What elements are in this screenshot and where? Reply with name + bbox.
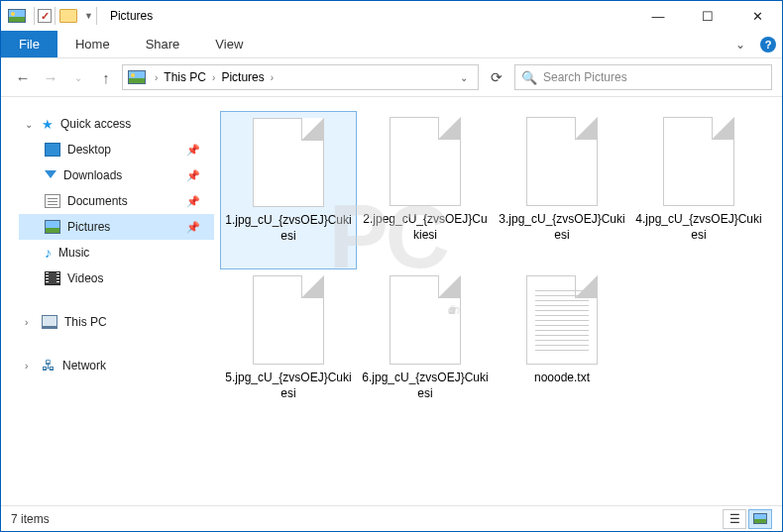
tab-home[interactable]: Home xyxy=(57,31,128,57)
file-label: 1.jpg_cU_{zvsOEJ}Cukiesi xyxy=(225,213,352,244)
help-button[interactable]: ? xyxy=(754,31,782,57)
network-icon: 🖧 xyxy=(42,358,56,373)
file-label: 2.jpeg_cU_{zvsOEJ}Cukiesi xyxy=(361,212,490,243)
chevron-right-icon[interactable]: › xyxy=(210,72,217,83)
address-caret-icon[interactable]: ⌄ xyxy=(454,72,474,83)
file-item[interactable]: 3.jpg_cU_{zvsOEJ}Cukiesi xyxy=(494,111,630,269)
breadcrumb-thispc[interactable]: This PC xyxy=(162,70,208,84)
divider xyxy=(96,7,97,25)
sidebar-item-downloads[interactable]: Downloads📌 xyxy=(19,162,214,188)
divider xyxy=(55,7,56,25)
navigation-pane: ⌄ ★ Quick access Desktop📌 Downloads📌 Doc… xyxy=(1,97,214,505)
file-label: 4.jpg_cU_{zvsOEJ}Cukiesi xyxy=(634,212,763,243)
file-item[interactable]: 2.jpeg_cU_{zvsOEJ}Cukiesi xyxy=(357,111,494,269)
sidebar-item-quickaccess[interactable]: ⌄ ★ Quick access xyxy=(19,111,214,137)
file-label: 5.jpg_cU_{zvsOEJ}Cukiesi xyxy=(224,371,353,401)
sidebar-item-videos[interactable]: Videos xyxy=(19,266,214,291)
search-icon: 🔍 xyxy=(521,70,537,85)
pin-icon: 📌 xyxy=(186,169,200,182)
sidebar-item-network[interactable]: ›🖧Network xyxy=(19,353,214,378)
sidebar-item-label: Quick access xyxy=(60,117,131,131)
pin-icon: 📌 xyxy=(186,221,200,234)
sidebar-item-label: Videos xyxy=(67,271,103,285)
music-icon: ♪ xyxy=(45,245,52,261)
pc-icon xyxy=(42,315,57,329)
collapse-icon[interactable]: ⌄ xyxy=(25,119,35,130)
sidebar-item-label: Music xyxy=(58,246,89,260)
chevron-right-icon[interactable]: › xyxy=(269,72,276,83)
search-placeholder: Search Pictures xyxy=(543,70,627,84)
back-button[interactable]: ← xyxy=(11,65,35,89)
divider xyxy=(34,7,35,25)
expand-icon[interactable]: › xyxy=(25,361,35,372)
maximize-button[interactable]: ☐ xyxy=(683,1,732,31)
file-list[interactable]: 1.jpg_cU_{zvsOEJ}Cukiesi2.jpeg_cU_{zvsOE… xyxy=(214,97,782,505)
sidebar-item-label: Desktop xyxy=(67,143,111,157)
window-title: Pictures xyxy=(110,9,153,23)
details-view-button[interactable]: ☰ xyxy=(723,509,746,529)
sidebar-item-label: Downloads xyxy=(63,168,122,182)
file-item[interactable]: 6.jpg_cU_{zvsOEJ}Cukiesi xyxy=(357,269,494,428)
file-item[interactable]: 1.jpg_cU_{zvsOEJ}Cukiesi xyxy=(220,111,357,269)
icons-view-button[interactable] xyxy=(748,509,772,529)
file-menu[interactable]: File xyxy=(1,31,57,57)
sidebar-item-label: Pictures xyxy=(67,220,110,234)
pin-icon: 📌 xyxy=(186,195,200,208)
pictures-icon xyxy=(45,220,60,234)
close-button[interactable]: ✕ xyxy=(732,1,782,31)
qat-caret-icon[interactable]: ▼ xyxy=(84,11,93,21)
sidebar-item-label: Network xyxy=(62,359,106,372)
ribbon-expand-icon[interactable]: ⌄ xyxy=(727,31,754,57)
file-icon xyxy=(390,275,461,365)
file-label: 3.jpg_cU_{zvsOEJ}Cukiesi xyxy=(498,212,626,243)
file-icon xyxy=(526,117,598,206)
tab-share[interactable]: Share xyxy=(128,31,198,57)
address-bar-row: ← → ⌄ ↑ › This PC › Pictures › ⌄ ⟳ 🔍 Sea… xyxy=(1,58,782,96)
address-bar[interactable]: › This PC › Pictures › ⌄ xyxy=(122,64,479,90)
document-icon xyxy=(45,194,60,208)
file-item[interactable]: nooode.txt xyxy=(494,269,630,428)
file-icon xyxy=(253,118,324,207)
explorer-window: PCrisk.com ✓ ▼ Pictures — ☐ ✕ File Home … xyxy=(0,0,783,532)
star-icon: ★ xyxy=(42,117,54,132)
file-item[interactable]: 4.jpg_cU_{zvsOEJ}Cukiesi xyxy=(630,111,767,269)
file-icon xyxy=(663,117,734,206)
desktop-icon xyxy=(45,143,60,157)
file-icon xyxy=(390,117,461,206)
file-label: nooode.txt xyxy=(534,371,590,386)
sidebar-item-label: This PC xyxy=(64,315,107,329)
breadcrumb-pictures[interactable]: Pictures xyxy=(219,70,266,84)
minimize-button[interactable]: — xyxy=(633,1,683,31)
chevron-right-icon[interactable]: › xyxy=(153,72,160,83)
refresh-button[interactable]: ⟳ xyxy=(483,64,510,90)
file-label: 6.jpg_cU_{zvsOEJ}Cukiesi xyxy=(361,371,490,401)
qat-folder-icon[interactable] xyxy=(58,8,78,24)
pin-icon: 📌 xyxy=(186,144,200,157)
tab-view[interactable]: View xyxy=(197,31,261,57)
sidebar-item-desktop[interactable]: Desktop📌 xyxy=(19,137,214,162)
status-bar: 7 items ☰ xyxy=(1,505,782,531)
file-icon xyxy=(253,275,324,365)
text-file-icon xyxy=(526,275,598,365)
sidebar-item-music[interactable]: ♪Music xyxy=(19,240,214,266)
qat-properties-icon[interactable]: ✓ xyxy=(38,9,52,23)
recent-caret-icon[interactable]: ⌄ xyxy=(66,65,90,89)
search-input[interactable]: 🔍 Search Pictures xyxy=(514,64,772,90)
download-icon xyxy=(45,170,56,184)
up-button[interactable]: ↑ xyxy=(94,65,118,89)
item-count: 7 items xyxy=(11,512,50,526)
location-icon xyxy=(127,69,147,85)
sidebar-item-pictures[interactable]: Pictures📌 xyxy=(19,214,214,240)
video-icon xyxy=(45,271,60,285)
titlebar: ✓ ▼ Pictures — ☐ ✕ xyxy=(1,1,782,31)
ribbon: File Home Share View ⌄ ? xyxy=(1,31,782,58)
forward-button[interactable]: → xyxy=(39,65,62,89)
sidebar-item-documents[interactable]: Documents📌 xyxy=(19,188,214,214)
sidebar-item-thispc[interactable]: ›This PC xyxy=(19,309,214,335)
expand-icon[interactable]: › xyxy=(25,317,35,328)
window-icon xyxy=(7,8,27,24)
file-item[interactable]: 5.jpg_cU_{zvsOEJ}Cukiesi xyxy=(220,269,357,428)
sidebar-item-label: Documents xyxy=(67,194,128,208)
explorer-body: ⌄ ★ Quick access Desktop📌 Downloads📌 Doc… xyxy=(1,96,782,505)
